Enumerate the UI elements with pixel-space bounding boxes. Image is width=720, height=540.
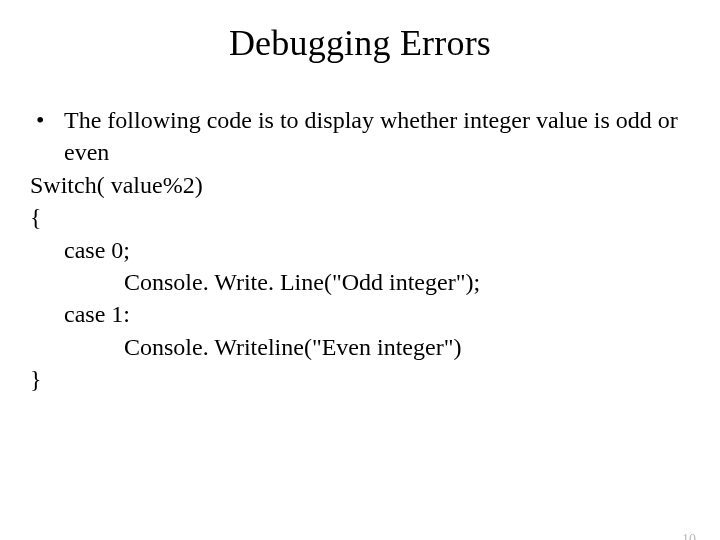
slide: Debugging Errors • The following code is…: [0, 22, 720, 540]
page-number: 10: [682, 532, 696, 540]
slide-title: Debugging Errors: [0, 22, 720, 64]
code-line-5: case 1:: [30, 298, 690, 330]
code-line-7: }: [30, 363, 690, 395]
bullet-text: The following code is to display whether…: [64, 104, 690, 169]
bullet-item: • The following code is to display wheth…: [30, 104, 690, 169]
code-line-4: Console. Write. Line("Odd integer");: [30, 266, 690, 298]
code-line-3: case 0;: [30, 234, 690, 266]
slide-body: • The following code is to display wheth…: [0, 104, 720, 396]
bullet-mark: •: [30, 104, 64, 136]
code-line-2: {: [30, 201, 690, 233]
code-line-6: Console. Writeline("Even integer"): [30, 331, 690, 363]
code-line-1: Switch( value%2): [30, 169, 690, 201]
